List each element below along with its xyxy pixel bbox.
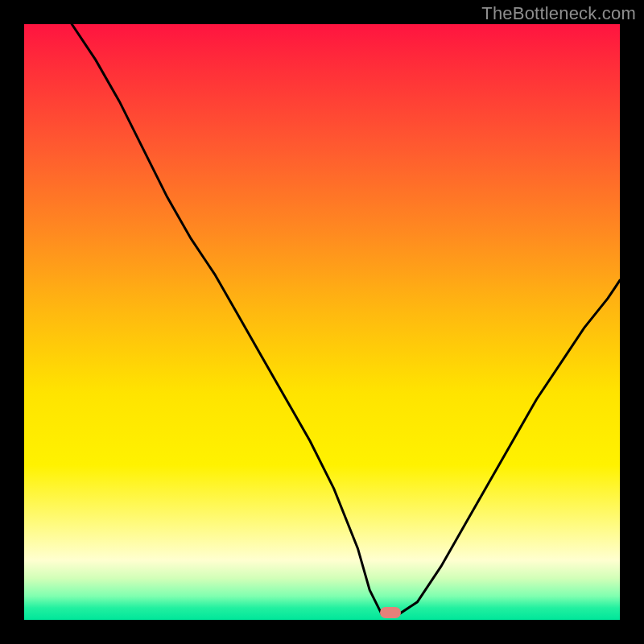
chart-frame: TheBottleneck.com (0, 0, 644, 644)
optimal-marker (380, 607, 401, 618)
watermark-text: TheBottleneck.com (481, 3, 636, 24)
bottleneck-curve (24, 24, 620, 620)
plot-area (24, 24, 620, 620)
